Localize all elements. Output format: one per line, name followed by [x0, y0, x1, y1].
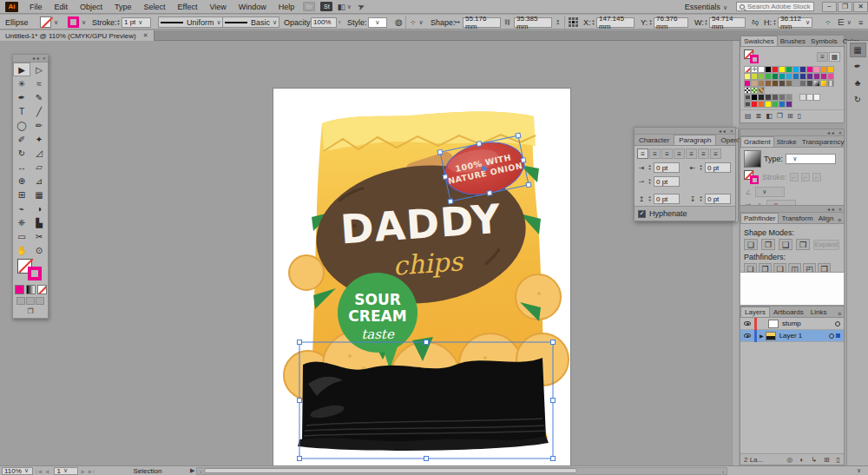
- first-line-indent-field[interactable]: 0 pt: [654, 176, 680, 187]
- menu-item[interactable]: Object: [74, 3, 108, 11]
- layers-action-icon[interactable]: ⊞: [824, 456, 830, 464]
- tool-button[interactable]: ◿: [30, 146, 48, 160]
- collapsed-panel-icon[interactable]: ♣: [850, 76, 866, 90]
- swatch[interactable]: [744, 87, 751, 94]
- transform-panel-icon[interactable]: ⁘: [825, 16, 832, 28]
- menu-item[interactable]: Type: [108, 3, 138, 11]
- tool-button[interactable]: ≈: [30, 76, 48, 90]
- draw-normal-mode[interactable]: [16, 297, 25, 305]
- grid-view-icon[interactable]: ▦: [829, 52, 840, 62]
- tool-button[interactable]: ✦: [30, 132, 48, 146]
- color-button[interactable]: [15, 285, 24, 294]
- swatch[interactable]: [827, 66, 834, 73]
- swatch[interactable]: [744, 94, 751, 101]
- control-bar-menu-icon[interactable]: ≡: [858, 16, 863, 28]
- swatch[interactable]: [758, 101, 765, 108]
- menu-item[interactable]: View: [203, 3, 232, 11]
- swatch[interactable]: [792, 80, 799, 87]
- align-button[interactable]: ≡: [637, 148, 648, 159]
- tool-button[interactable]: ▷: [30, 63, 48, 76]
- preferences-grid-icon[interactable]: ⁘: [410, 16, 424, 28]
- tool-button[interactable]: ⊙: [30, 243, 48, 257]
- collapse-icon[interactable]: ◄◄: [31, 56, 40, 61]
- layers-action-icon[interactable]: ↳: [811, 456, 817, 464]
- stroke-along-icon[interactable]: ⌐: [801, 173, 810, 181]
- close-icon[interactable]: ✕: [838, 130, 842, 135]
- screen-mode-button[interactable]: ❐: [13, 307, 48, 318]
- tool-button[interactable]: ▶: [13, 63, 30, 76]
- swatch[interactable]: [786, 66, 792, 73]
- scroll-left-icon[interactable]: ‹: [197, 468, 204, 475]
- none-button[interactable]: [37, 285, 47, 294]
- hyphenate-checkbox[interactable]: ✓: [638, 210, 646, 218]
- align-button[interactable]: ≡: [686, 148, 697, 159]
- swatch[interactable]: [813, 66, 820, 73]
- align-button[interactable]: ≡: [698, 148, 709, 159]
- tool-button[interactable]: ❈: [13, 215, 30, 229]
- swatch[interactable]: [813, 80, 820, 87]
- tool-button[interactable]: ⊿: [30, 174, 48, 188]
- panel-tab[interactable]: Swatches: [740, 36, 778, 46]
- swatch[interactable]: [751, 73, 758, 80]
- gradient-type-select[interactable]: [786, 154, 836, 164]
- swatch[interactable]: [751, 87, 758, 94]
- layer-row-layer1[interactable]: ▶ Layer 1: [740, 330, 844, 342]
- swatch[interactable]: [786, 87, 792, 94]
- panel-tab[interactable]: Brushes: [778, 36, 808, 46]
- gradient-button[interactable]: [26, 285, 36, 294]
- canvas-vertical-scrollbar[interactable]: [732, 41, 739, 465]
- draw-inside-mode[interactable]: [36, 297, 44, 305]
- swatch[interactable]: [827, 94, 834, 101]
- swatch[interactable]: [806, 87, 813, 94]
- close-icon[interactable]: ✕: [43, 56, 46, 61]
- swatch[interactable]: [758, 94, 765, 101]
- panel-tab[interactable]: Transparency: [799, 136, 847, 147]
- swatch[interactable]: [772, 87, 779, 94]
- swatch-action-icon[interactable]: ▯: [798, 112, 801, 120]
- minimize-button[interactable]: −: [822, 2, 837, 12]
- expand-button[interactable]: Expand: [813, 240, 839, 250]
- y-field[interactable]: 76.376 mm: [648, 16, 688, 28]
- tool-button[interactable]: ▭: [13, 229, 30, 243]
- panel-tab[interactable]: Layers: [740, 307, 770, 317]
- tool-button[interactable]: ◯: [13, 118, 30, 132]
- swatch[interactable]: [799, 87, 806, 94]
- panel-tab[interactable]: Align: [816, 213, 837, 223]
- swatch[interactable]: [792, 87, 799, 94]
- fill-stroke-proxy[interactable]: [744, 49, 760, 63]
- tool-button[interactable]: ⊕: [13, 174, 30, 188]
- swatch[interactable]: [799, 80, 806, 87]
- swatch[interactable]: [758, 80, 765, 87]
- swatch-action-icon[interactable]: ⊞: [787, 112, 793, 120]
- collapsed-panel-icon[interactable]: ↻: [850, 92, 866, 107]
- swatch[interactable]: [813, 94, 820, 101]
- panel-menu-icon[interactable]: ≡: [838, 311, 844, 317]
- menu-item[interactable]: Edit: [49, 3, 75, 11]
- shape-width-field[interactable]: 55.176 mm: [463, 16, 501, 28]
- w-field[interactable]: 54.714 mm: [703, 16, 746, 28]
- swatch[interactable]: [772, 73, 779, 80]
- swatch[interactable]: [820, 73, 827, 80]
- menu-item[interactable]: File: [23, 3, 49, 11]
- fill-stroke-control[interactable]: [13, 257, 48, 283]
- swatch[interactable]: [744, 66, 751, 73]
- swatch[interactable]: [827, 80, 834, 87]
- swatch[interactable]: [786, 101, 792, 108]
- swatch[interactable]: [792, 73, 799, 80]
- space-before-field[interactable]: 0 pt: [654, 194, 680, 204]
- swatch[interactable]: [827, 73, 834, 80]
- swatch[interactable]: [786, 73, 792, 80]
- zoom-level-select[interactable]: 110%: [2, 467, 33, 475]
- swatch[interactable]: [820, 80, 827, 87]
- swatch[interactable]: [779, 66, 786, 73]
- restore-button[interactable]: ❐: [838, 2, 852, 12]
- toolbox-header[interactable]: ◄◄✕: [13, 55, 48, 63]
- swatch[interactable]: [751, 80, 758, 87]
- constrain-proportions-icon[interactable]: δϙ: [752, 16, 759, 28]
- swatch[interactable]: [765, 80, 772, 87]
- list-view-icon[interactable]: ≡: [817, 52, 828, 62]
- swatch[interactable]: [799, 94, 806, 101]
- collapsed-panel-icon[interactable]: ✒: [850, 59, 866, 74]
- swatch[interactable]: [799, 73, 806, 80]
- tool-button[interactable]: ⌁: [13, 201, 30, 215]
